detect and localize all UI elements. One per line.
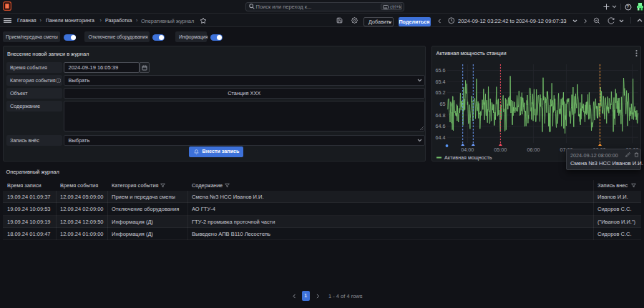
svg-text:64.6: 64.6	[436, 123, 446, 129]
svg-text:64.4: 64.4	[436, 134, 446, 141]
svg-text:06:00: 06:00	[527, 146, 540, 153]
svg-text:04:00: 04:00	[461, 146, 474, 153]
svg-text:65.6: 65.6	[436, 67, 446, 74]
svg-text:65.4: 65.4	[436, 79, 446, 85]
svg-text:05:00: 05:00	[494, 146, 507, 153]
svg-text:65.2: 65.2	[436, 89, 446, 96]
svg-text:64.8: 64.8	[436, 112, 446, 119]
svg-text:65: 65	[440, 101, 446, 107]
svg-text:Активная мощность: Активная мощность	[444, 154, 492, 161]
